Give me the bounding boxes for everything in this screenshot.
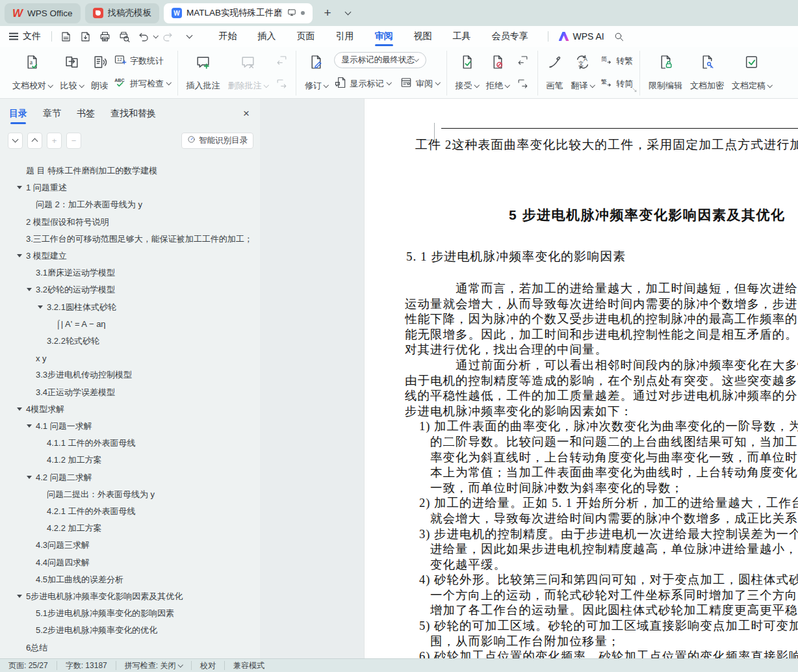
tab-wps-office[interactable]: W WPS Office <box>5 3 81 23</box>
document-text-line[interactable]: 由于电机的控制精度等造成的影响，在个别点处有突变。这些突变越多 <box>405 374 798 389</box>
delete-comment-button[interactable]: 删除批注 <box>226 51 270 92</box>
menu-tab[interactable]: 会员专享 <box>482 26 539 47</box>
toc-collapse-arrow-icon[interactable] <box>27 476 32 479</box>
toc-collapse-arrow-icon[interactable] <box>38 305 43 309</box>
toc-item[interactable]: 问题二提出：外表面母线为 y <box>0 486 260 503</box>
next-comment-button[interactable] <box>274 75 289 91</box>
document-text-line[interactable]: 性能下降，因为脉冲的个数又受步进电机的控制脉冲的最高工作频率的 <box>405 312 798 328</box>
document-text-line[interactable]: 5) 砂轮的可加工区域。砂轮的可加工区域直接影响变点加工时可变加 <box>405 619 798 634</box>
reject-button[interactable]: 拒绝 <box>484 51 511 92</box>
document-text-line[interactable]: 能无限增多。因此，加工时间和步进电机控制性能之间是相互矛盾的。 <box>405 328 798 343</box>
group-expand-icon[interactable] <box>632 84 637 96</box>
document-text-line[interactable]: 就会增大，导致每次进给时间内需要的脉冲个数增多，成正比关系。 <box>405 511 798 527</box>
insert-comment-button[interactable]: 插入批注 <box>185 51 222 92</box>
toc-item[interactable]: 题 目 特殊工件磨削加工的数学建模 <box>0 162 260 179</box>
document-text-line[interactable]: 运动量就会增大，从而导致每次进给时间内需要的脉冲个数增多，步进 <box>405 297 798 313</box>
toc-item[interactable]: 4.4问题四求解 <box>0 554 260 571</box>
toc-item[interactable]: 3.2.2轮式砂轮 <box>0 333 260 350</box>
toc-item[interactable]: 3.3步进电机传动控制模型 <box>0 367 260 383</box>
menu-tab[interactable]: 视图 <box>404 26 443 47</box>
document-body[interactable]: 通常而言，若加工的进给量越大，加工时间越短，但每次进给三个运动量就会增大，从而导… <box>405 281 798 659</box>
toc-item[interactable]: x y <box>0 350 260 367</box>
document-text-line[interactable]: 通过前面分析，可以看出相邻时间段内的脉冲频率变化在大多情况下 <box>405 358 798 374</box>
file-menu-button[interactable]: 文件 <box>0 26 47 47</box>
next-change-button[interactable] <box>515 75 531 91</box>
toc-collapse-arrow-icon[interactable] <box>17 186 22 189</box>
document-text-line[interactable]: 一个方向上的运动，而轮式砂轮对工件坐标系同时增加了三个方向 <box>405 588 798 604</box>
document-text-line[interactable]: 4) 砂轮外形。比较第三问和第四问可知，对于变点加工，圆柱体式砂 <box>405 573 798 588</box>
tab-docer-templates[interactable]: 找稿壳模板 <box>85 3 160 23</box>
toc-item[interactable]: 3.1磨床逆运动学模型 <box>0 265 260 281</box>
toc-item[interactable]: 5.2步进电机脉冲频率变化的优化 <box>0 622 260 639</box>
menu-tab[interactable]: 审阅 <box>365 26 404 47</box>
previous-comment-button[interactable] <box>274 52 289 68</box>
subsection-heading[interactable]: 5. 1 步进电机脉冲频率变化的影响因素 <box>406 248 626 265</box>
read-aloud-button[interactable]: 朗读 <box>89 51 110 92</box>
toc-collapse-arrow-icon[interactable] <box>27 424 32 428</box>
smart-toc-button[interactable]: 智能识别目录 <box>181 133 253 149</box>
document-text-line[interactable]: 步进电机脉冲频率变化的影响因素如下： <box>405 404 798 420</box>
toc-item[interactable]: 3.三工作台的可移动范围足够大，能保证被加工工件的加工； <box>0 231 260 248</box>
toc-item[interactable]: 6总结 <box>0 640 260 656</box>
toc-item[interactable]: 5步进电机脉冲频率变化影响因素及其优化 <box>0 588 260 605</box>
document-text-line[interactable]: 6) 砂轮加工点位置的变化频率。砂轮加工点位置的变化频率直接影响 <box>405 649 798 659</box>
toc-collapse-arrow-icon[interactable] <box>17 254 22 257</box>
toc-collapse-arrow-icon[interactable] <box>17 407 22 411</box>
status-proofread[interactable]: 校对 <box>191 661 224 670</box>
toc-item[interactable]: 问题 2：加工外表面母线为 y <box>0 196 260 213</box>
compare-button[interactable]: 比较 <box>58 51 86 92</box>
menu-tab[interactable]: 插入 <box>248 26 287 47</box>
restrict-edit-button[interactable]: 限制编辑 <box>647 51 684 92</box>
sidebar-close-button[interactable]: × <box>239 107 253 121</box>
document-text-line[interactable]: 3) 步进电机的控制精度。由于步进电机一次进给最大控制误差为一个 <box>405 527 798 543</box>
show-markup-button[interactable]: 显示标记 <box>334 75 391 92</box>
toc-item[interactable]: 3 模型建立 <box>0 248 260 265</box>
toc-collapse-arrow-icon[interactable] <box>27 288 32 291</box>
document-text-line[interactable]: 2) 加工的进给量。正如 5. 1 开始所分析，加工的进给量越大，工作台 <box>405 496 798 511</box>
status-spell-check[interactable]: 拼写检查: 关闭 <box>116 661 191 670</box>
document-text-line[interactable]: 本上为常值；当加工件表面曲率变化为曲线时，上台转动角度变化与 <box>405 465 798 481</box>
expand-all-button[interactable] <box>27 133 42 149</box>
redo-button[interactable] <box>159 29 176 44</box>
save-button[interactable] <box>57 29 74 44</box>
menu-tab[interactable]: 开始 <box>209 26 248 47</box>
toc-item[interactable]: ⌠| A' = A − aη <box>0 316 260 333</box>
tab-current-document[interactable]: W MATLAB实现特殊工件磨削加工 <box>164 3 313 23</box>
status-page-indicator[interactable]: 页面: 25/27 <box>0 661 57 670</box>
toc-item[interactable]: 3.4正运动学误差模型 <box>0 384 260 401</box>
toc-item[interactable]: 3.2砂轮的运动学模型 <box>0 281 260 298</box>
document-text-line[interactable]: 一致，而单位时间脉冲数为斜率变化的导数； <box>405 481 798 497</box>
menu-tab[interactable]: 引用 <box>326 26 365 47</box>
zoom-out-toc-button[interactable]: − <box>66 133 81 149</box>
section-heading[interactable]: 5 步进电机脉冲频率变化影响因素及其优化 <box>509 206 786 224</box>
to-traditional-button[interactable]: 简 转繁 <box>600 52 633 70</box>
previous-change-button[interactable] <box>515 52 531 68</box>
sidebar-tab[interactable]: 章节 <box>43 108 61 120</box>
print-preview-button[interactable] <box>116 29 133 44</box>
document-text-line[interactable]: 围，从而影响工作台附加位移量； <box>405 634 798 650</box>
sidebar-tab[interactable]: 书签 <box>77 108 95 120</box>
toc-item[interactable]: 4.5加工曲线的误差分析 <box>0 571 260 588</box>
to-simplified-button[interactable]: 繁 转简 <box>600 75 633 92</box>
toc-item[interactable]: 4.1.2 加工方案 <box>0 452 260 469</box>
collapse-all-button[interactable] <box>8 133 23 149</box>
doc-proof-button[interactable]: a 文档校对 <box>10 51 55 92</box>
document-text-line[interactable]: 通常而言，若加工的进给量越大，加工时间越短，但每次进给三个 <box>405 281 798 297</box>
print-button[interactable] <box>96 29 113 44</box>
finalize-doc-button[interactable]: 文档定稿 <box>730 51 774 92</box>
document-text-line[interactable]: 变化越平缓。 <box>405 558 798 573</box>
encrypt-doc-button[interactable]: 文档加密 <box>688 51 726 92</box>
paragraph-line[interactable]: 工件 2这种表面曲率变化比较大的工件，采用固定加工点方式进行加工 <box>415 136 798 153</box>
document-text-line[interactable]: 率变化为斜直线时，上台转动角度变化与曲率变化一致，而单位时间 <box>405 450 798 466</box>
accept-button[interactable]: 接受 <box>454 51 481 92</box>
toc-item[interactable]: 5.1步进电机脉冲频率变化的影响因素 <box>0 605 260 622</box>
document-text-line[interactable]: 线的平稳性越低，工件的加工质量越差。通过对步进电机脉冲频率的分 <box>405 389 798 404</box>
search-button[interactable] <box>611 29 628 44</box>
document-text-line[interactable]: 进给量，因此如果步进电机控制精度越高，单位脉冲进给量越小， <box>405 542 798 558</box>
menu-tab[interactable]: 页面 <box>287 26 326 47</box>
markup-state-combobox[interactable]: 显示标记的最终状态 <box>334 52 426 68</box>
toc-item[interactable]: 4.2 问题二求解 <box>0 469 260 486</box>
toc-item[interactable]: 3.2.1圆柱体式砂轮 <box>0 299 260 316</box>
new-tab-button[interactable]: + <box>319 5 336 21</box>
track-changes-button[interactable]: 修订 <box>303 51 330 92</box>
